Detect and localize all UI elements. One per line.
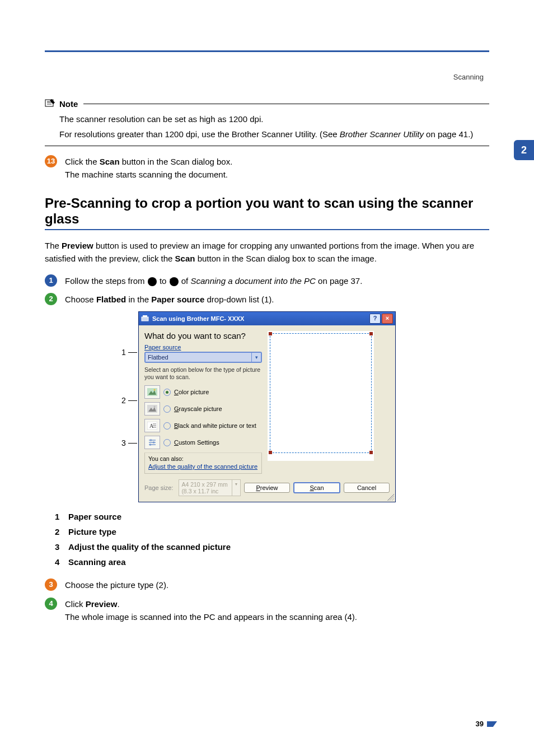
close-button[interactable]: × [382, 314, 393, 324]
custom-settings-icon [144, 436, 160, 449]
step-4-text: Click Preview. The whole image is scanne… [65, 598, 489, 624]
radio-color[interactable] [163, 389, 171, 396]
bullet-13-icon: 13 [45, 155, 57, 167]
paper-source-dropdown[interactable]: Flatbed ▾ [144, 352, 262, 363]
adjust-quality-link[interactable]: Adjust the quality of the scanned pictur… [148, 463, 257, 470]
youcan-box: You can also: Adjust the quality of the … [144, 452, 262, 474]
option-color[interactable]: Color picture [144, 385, 262, 399]
legend-text: Paper source [68, 509, 121, 524]
option-grayscale[interactable]: Grayscale picture [144, 402, 262, 416]
scan-dialog: Scan using Brother MFC- XXXX ? × What do… [138, 311, 396, 502]
step-3: 3 Choose the picture type (2). [45, 578, 489, 591]
note-text: on page 41.) [424, 129, 473, 139]
radio-custom[interactable] [163, 439, 171, 446]
bullet-3-icon: 3 [45, 578, 57, 591]
step-3-text: Choose the picture type (2). [65, 578, 489, 591]
step-13: 13 Click the Scan button in the Scan dia… [45, 155, 489, 181]
handle-nw[interactable] [269, 332, 272, 335]
text: Choose [65, 295, 96, 304]
text-bold: Paper source [151, 295, 204, 304]
step-4: 4 Click Preview. The whole image is scan… [45, 598, 489, 624]
subheading-rule [45, 229, 489, 230]
resize-grip-icon[interactable] [387, 494, 394, 501]
note-header: Note [45, 98, 489, 109]
bullet-1-icon: 1 [45, 274, 57, 287]
help-button[interactable]: ? [369, 314, 381, 324]
option-custom[interactable]: Custom Settings [144, 436, 262, 449]
dialog-body: What do you want to scan? Paper source F… [139, 325, 395, 476]
callout-2: 2 [121, 395, 137, 405]
color-picture-icon [144, 385, 160, 399]
legend-num: 4 [55, 554, 68, 570]
legend-text: Adjust the quality of the scanned pictur… [68, 539, 231, 554]
option-bw-label: Black and white picture or text [174, 422, 256, 429]
xref-link[interactable]: Scanning a document into the PC [190, 276, 315, 286]
page-size-value: A4 210 x 297 mm (8.3 x 11.7 inc [179, 480, 232, 496]
text: The whole image is scanned into the PC a… [65, 612, 357, 622]
dialog-right-pane [268, 331, 374, 474]
chapter-tab: 2 [514, 140, 534, 160]
page-size-label: Page size: [144, 484, 173, 491]
legend-num: 3 [55, 539, 68, 554]
legend-num: 1 [55, 509, 68, 524]
content: Note The scanner resolution can be set a… [45, 98, 489, 629]
text-bold: Scan [175, 254, 195, 263]
ref-bullet-icon: 7 [170, 277, 179, 286]
dialog-bottom-bar: Page size: A4 210 x 297 mm (8.3 x 11.7 i… [139, 476, 395, 502]
scan-button[interactable]: Scan [293, 482, 340, 493]
note-label: Note [59, 99, 78, 109]
option-color-label: Color picture [174, 389, 209, 395]
text: of [179, 276, 191, 286]
legend-row: 4Scanning area [55, 554, 489, 570]
text: The machine starts scanning the document… [65, 170, 228, 179]
step-1: 1 Follow the steps from 1 to 7 of Scanni… [45, 274, 489, 287]
legend-row: 1Paper source [55, 509, 489, 524]
svg-point-8 [154, 406, 156, 408]
dialog-titlebar[interactable]: Scan using Brother MFC- XXXX ? × [139, 312, 395, 325]
svg-rect-13 [149, 444, 151, 446]
radio-grayscale[interactable] [163, 405, 171, 413]
callout-3: 3 [121, 438, 137, 447]
text: drop-down list (1). [204, 295, 274, 304]
top-rule [45, 50, 489, 52]
text-bold: Preview [86, 599, 118, 609]
dialog-title: Scan using Brother MFC- XXXX [152, 315, 368, 322]
subheading: Pre-Scanning to crop a portion you want … [45, 195, 489, 227]
note-body-2: For resolutions greater than 1200 dpi, u… [59, 128, 489, 141]
dialog-left-pane: What do you want to scan? Paper source F… [144, 331, 262, 474]
bullet-2-icon: 2 [45, 293, 57, 305]
legend-row: 2Picture type [55, 524, 489, 539]
handle-ne[interactable] [369, 332, 373, 335]
svg-rect-12 [153, 442, 154, 444]
ref-bullet-icon: 1 [148, 277, 157, 286]
step-13-text: Click the Scan button in the Scan dialog… [65, 155, 489, 181]
page: Scanning 2 Note The scanner resolution c… [0, 0, 534, 756]
handle-sw[interactable] [269, 451, 272, 454]
radio-bw[interactable] [163, 422, 171, 430]
step-1-text: Follow the steps from 1 to 7 of Scanning… [65, 274, 489, 287]
text: Follow the steps from [65, 276, 147, 286]
selection-marquee[interactable] [270, 333, 372, 453]
preview-area[interactable] [268, 331, 374, 461]
page-size-dropdown: A4 210 x 297 mm (8.3 x 11.7 inc ▾ [179, 479, 241, 496]
handle-se[interactable] [369, 451, 373, 454]
option-bw[interactable]: A Black and white picture or text [144, 419, 262, 432]
text: on page 37. [316, 276, 362, 286]
step-2-text: Choose Flatbed in the Paper source drop-… [65, 293, 489, 306]
text: Click [65, 599, 86, 609]
svg-rect-11 [150, 440, 152, 441]
text: to [157, 276, 169, 286]
text: button in the Scan dialog box. [120, 157, 233, 166]
figure-wrap: 1 2 3 4 Scan using Brother MFC- XXXX ? × [45, 311, 489, 502]
youcan-label: You can also: [148, 455, 258, 462]
chevron-down-icon: ▾ [232, 480, 240, 496]
option-custom-label: Custom Settings [174, 439, 219, 446]
legend-row: 3Adjust the quality of the scanned pictu… [55, 539, 489, 554]
note-xref[interactable]: Brother Scanner Utility [340, 129, 424, 139]
legend-num: 2 [55, 524, 68, 539]
chevron-down-icon[interactable]: ▾ [251, 353, 261, 362]
legend-text: Scanning area [68, 554, 126, 570]
cancel-button[interactable]: Cancel [344, 483, 390, 493]
preview-button[interactable]: Preview [244, 483, 290, 493]
intro-paragraph: The Preview button is used to preview an… [45, 239, 489, 265]
